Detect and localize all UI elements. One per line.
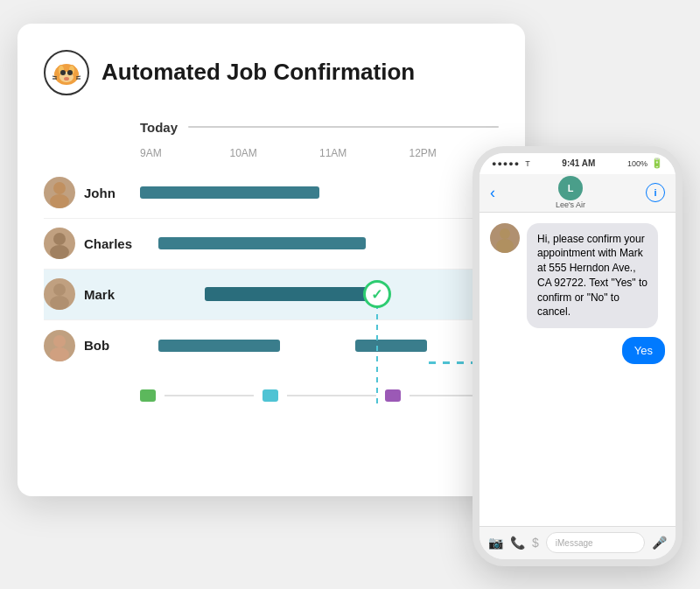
- svg-point-15: [50, 194, 69, 208]
- avatar-mark: [44, 278, 75, 310]
- svg-point-8: [67, 70, 73, 75]
- legend-green: [140, 389, 156, 402]
- camera-icon[interactable]: 📷: [488, 536, 503, 550]
- svg-point-16: [53, 233, 66, 245]
- phone-mockup: ●●●●● T 9:41 AM 100% 🔋 ‹ L Lee's Air i: [472, 146, 682, 566]
- dashed-line-vertical: [376, 293, 378, 407]
- battery-area: 100% 🔋: [627, 158, 663, 169]
- dollar-icon[interactable]: $: [532, 536, 539, 550]
- info-button[interactable]: i: [646, 183, 665, 202]
- phone-icon[interactable]: 📞: [510, 536, 525, 550]
- name-charles: Charles: [84, 236, 132, 251]
- phone-input-bar: 📷 📞 $ iMessage 🎤: [480, 526, 676, 559]
- phone-status-bar: ●●●●● T 9:41 AM 100% 🔋: [480, 153, 676, 174]
- avatar-charles: [44, 228, 75, 259]
- svg-point-14: [53, 182, 66, 194]
- name-bob: Bob: [84, 338, 109, 353]
- today-label: Today: [140, 120, 178, 135]
- sender-avatar: [490, 223, 520, 253]
- outgoing-reply[interactable]: Yes: [622, 337, 665, 364]
- reply-text: Yes: [634, 344, 653, 357]
- svg-point-17: [50, 245, 69, 259]
- person-john: John: [44, 177, 140, 208]
- signal-icon: ●●●●●: [492, 159, 520, 168]
- message-input[interactable]: iMessage: [546, 532, 645, 553]
- avatar-bob: [44, 330, 75, 361]
- contact-avatar: L: [558, 176, 583, 200]
- bar-area-mark: [140, 270, 499, 319]
- contact-name: Lee's Air: [556, 200, 585, 209]
- person-mark: Mark: [44, 278, 140, 310]
- bar-john: [140, 186, 319, 199]
- gantt-chart: John Charles: [44, 168, 499, 371]
- svg-point-18: [53, 284, 66, 296]
- legend-row: [44, 378, 499, 404]
- calendar-card: Automated Job Confirmation Today 9AM 10A…: [18, 24, 525, 496]
- today-divider: [188, 126, 499, 128]
- time-11am: 11AM: [319, 147, 410, 159]
- row-john: John: [44, 168, 499, 219]
- battery-label: 100%: [627, 159, 648, 168]
- bar-area-john: [140, 168, 499, 218]
- svg-point-19: [50, 296, 69, 310]
- messages-area: Hi, please confirm your appointment with…: [480, 213, 676, 526]
- check-circle-mark: [363, 280, 391, 308]
- bar-bob-2: [355, 340, 427, 352]
- contact-initial: L: [568, 183, 574, 193]
- input-placeholder: iMessage: [556, 538, 593, 548]
- name-john: John: [84, 186, 116, 200]
- today-row: Today: [44, 120, 499, 135]
- incoming-message: Hi, please confirm your appointment with…: [490, 223, 665, 329]
- time-9am: 9AM: [140, 147, 230, 159]
- contact-info: L Lee's Air: [502, 176, 639, 209]
- row-mark: Mark: [44, 270, 499, 320]
- name-mark: Mark: [84, 287, 115, 302]
- svg-point-22: [500, 228, 510, 239]
- bar-area-charles: [140, 219, 499, 269]
- svg-point-9: [64, 77, 69, 81]
- legend-purple: [385, 389, 401, 402]
- svg-point-23: [496, 239, 514, 253]
- svg-point-20: [53, 335, 66, 347]
- row-charles: Charles: [44, 219, 499, 270]
- time-10am: 10AM: [230, 147, 320, 159]
- mic-icon[interactable]: 🎤: [652, 536, 667, 550]
- signal-area: ●●●●● T: [492, 159, 530, 168]
- time-display: 9:41 AM: [562, 158, 595, 168]
- app-logo: [44, 50, 89, 95]
- person-charles: Charles: [44, 228, 140, 259]
- carrier-label: T: [525, 159, 530, 168]
- time-header: 9AM 10AM 11AM 12PM: [44, 147, 499, 159]
- svg-point-21: [50, 347, 69, 361]
- message-bubble: Hi, please confirm your appointment with…: [527, 223, 658, 329]
- back-button[interactable]: ‹: [490, 184, 495, 202]
- bar-charles: [158, 237, 367, 249]
- page-title: Automated Job Confirmation: [102, 59, 415, 86]
- person-bob: Bob: [44, 330, 140, 361]
- bar-bob-1: [158, 340, 280, 352]
- bar-mark-1: [205, 287, 377, 301]
- svg-point-7: [60, 70, 66, 75]
- phone-nav-bar: ‹ L Lee's Air i: [480, 174, 676, 213]
- avatar-john: [44, 177, 75, 208]
- scene: Automated Job Confirmation Today 9AM 10A…: [18, 24, 682, 566]
- battery-icon: 🔋: [651, 158, 663, 169]
- legend-cyan: [262, 389, 278, 402]
- card-header: Automated Job Confirmation: [44, 50, 499, 95]
- message-text: Hi, please confirm your appointment with…: [537, 233, 648, 319]
